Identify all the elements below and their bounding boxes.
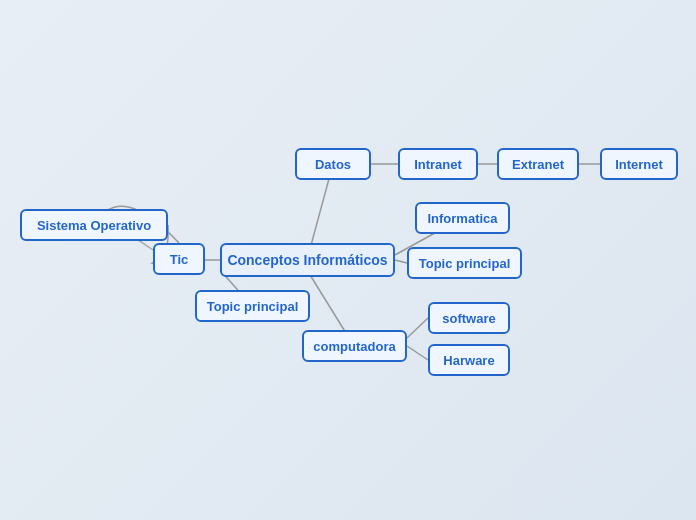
mind-map: Conceptos Informáticos Datos Intranet Ex… [0,0,696,520]
node-conceptos[interactable]: Conceptos Informáticos [220,243,395,277]
node-sistema[interactable]: Sistema Operativo [20,209,168,241]
node-extranet[interactable]: Extranet [497,148,579,180]
node-computadora[interactable]: computadora [302,330,407,362]
node-informatica[interactable]: Informatica [415,202,510,234]
node-topic2[interactable]: Topic principal [195,290,310,322]
svg-line-5 [395,260,407,263]
node-topic1[interactable]: Topic principal [407,247,522,279]
node-datos[interactable]: Datos [295,148,371,180]
svg-line-7 [407,318,428,338]
node-tic[interactable]: Tic [153,243,205,275]
svg-line-8 [407,346,428,360]
node-internet[interactable]: Internet [600,148,678,180]
node-intranet[interactable]: Intranet [398,148,478,180]
node-harware[interactable]: Harware [428,344,510,376]
node-software[interactable]: software [428,302,510,334]
